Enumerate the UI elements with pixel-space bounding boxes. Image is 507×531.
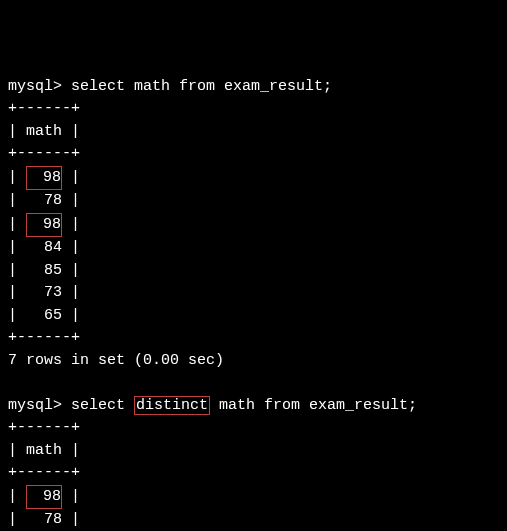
table-row: | 85 | [8, 262, 80, 279]
cell-value: 78 [26, 190, 62, 213]
table-row: | 73 | [8, 284, 80, 301]
table-border: +------+ [8, 145, 80, 162]
mysql-prompt: mysql> [8, 78, 62, 95]
table-row: | 98 | [8, 216, 80, 233]
table-row: | 78 | [8, 511, 80, 528]
cell-value: 85 [26, 260, 62, 283]
distinct-keyword: distinct [134, 396, 210, 415]
table-border: +------+ [8, 464, 80, 481]
sql-command: select math from exam_result; [71, 78, 332, 95]
table-row: | 65 | [8, 307, 80, 324]
terminal-output: mysql> select math from exam_result;+---… [8, 76, 499, 532]
column-header: | math | [8, 123, 80, 140]
table-border: +------+ [8, 100, 80, 117]
table-border: +------+ [8, 329, 80, 346]
cell-value: 98 [26, 166, 62, 191]
table-border: +------+ [8, 419, 80, 436]
table-row: | 84 | [8, 239, 80, 256]
table-row: | 98 | [8, 169, 80, 186]
cell-value: 98 [26, 485, 62, 510]
cell-value: 84 [26, 237, 62, 260]
mysql-prompt: mysql> [8, 397, 62, 414]
cell-value: 65 [26, 305, 62, 328]
cell-value: 73 [26, 282, 62, 305]
cell-value: 78 [26, 509, 62, 531]
sql-command: select distinct math from exam_result; [71, 396, 417, 415]
status-line: 7 rows in set (0.00 sec) [8, 352, 224, 369]
table-row: | 98 | [8, 488, 80, 505]
cell-value: 98 [26, 213, 62, 238]
table-row: | 78 | [8, 192, 80, 209]
column-header: | math | [8, 442, 80, 459]
